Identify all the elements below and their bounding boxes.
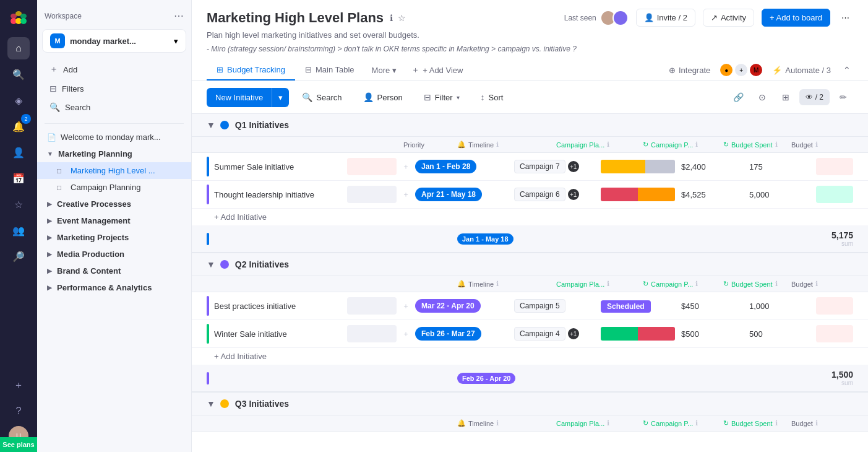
tab-budget-tracking[interactable]: ⊞ Budget Tracking: [207, 60, 295, 80]
timeline-info-icon-q3[interactable]: ℹ: [496, 419, 499, 427]
tab-main-table[interactable]: ⊟ Main Table: [295, 60, 364, 80]
row-expand-btn[interactable]: ＋: [397, 189, 415, 200]
notifications-icon[interactable]: 🔔 2: [7, 115, 30, 137]
row-priority[interactable]: [347, 186, 397, 203]
row-campaign-plan[interactable]: Campaign 5: [514, 299, 601, 313]
nav-campaign-planning[interactable]: □ Campaign Planning: [37, 179, 191, 196]
invite-button[interactable]: 👤 Invite / 2: [636, 9, 695, 27]
add-initiative-row-q2[interactable]: + Add Initiative: [192, 348, 868, 365]
timeline-value: Apr 21 - May 18: [415, 188, 482, 201]
edit-icon-btn[interactable]: ✏: [833, 87, 853, 107]
timeline-info-icon-q2[interactable]: ℹ: [496, 280, 499, 288]
add-action[interactable]: ＋ Add: [45, 60, 184, 79]
budget-spent-info-icon[interactable]: ℹ: [775, 141, 778, 149]
row-priority[interactable]: [347, 325, 397, 342]
star-favorite-icon[interactable]: ☆: [398, 13, 406, 23]
integrate-btn[interactable]: ⊕ Integrate: [664, 63, 715, 77]
row-expand-btn[interactable]: ＋: [397, 162, 415, 172]
star-icon[interactable]: ☆: [7, 193, 30, 215]
more-options-button[interactable]: ⋯: [838, 11, 853, 25]
person-label: Person: [377, 93, 403, 102]
nav-welcome[interactable]: 📄 Welcome to monday mark...: [37, 129, 191, 146]
row-campaign-plan[interactable]: Campaign 6 +1: [514, 188, 601, 201]
search-icon[interactable]: 🔎: [7, 245, 30, 267]
q3-toggle[interactable]: ▼: [207, 399, 215, 409]
budget-info-icon-q2[interactable]: ℹ: [815, 280, 818, 288]
sort-button[interactable]: ↕ Sort: [473, 87, 512, 107]
campaign-plan-info-icon-q3[interactable]: ℹ: [607, 419, 609, 427]
collapse-tabs-btn[interactable]: ⌃: [841, 63, 853, 77]
new-initiative-label[interactable]: New Initiative: [207, 88, 272, 107]
sum-timeline-value: Jan 1 - May 18: [457, 233, 513, 245]
see-plans-bar[interactable]: See plans: [0, 437, 37, 452]
new-initiative-arrow[interactable]: ▾: [272, 88, 289, 107]
hide-button[interactable]: 👁 / 2: [799, 89, 830, 105]
col-campaign-plan-label: Campaign Pla...: [556, 141, 604, 149]
timeline-info-icon[interactable]: ℹ: [496, 141, 499, 149]
row-expand-btn[interactable]: ＋: [397, 329, 415, 339]
budget-spent-info-icon-q2[interactable]: ℹ: [775, 280, 778, 288]
col-timeline-label: Timeline: [468, 141, 494, 149]
budget-info-icon[interactable]: ℹ: [815, 141, 818, 149]
row-timeline[interactable]: Feb 26 - Mar 27: [415, 327, 514, 341]
add-to-board-button[interactable]: + Add to board: [762, 9, 830, 27]
row-priority[interactable]: [347, 297, 397, 315]
row-timeline[interactable]: Mar 22 - Apr 20: [415, 299, 514, 313]
nav-creative-processes[interactable]: ▶ Creative Processes: [37, 196, 191, 212]
row-campaign-p[interactable]: [601, 327, 681, 341]
campaign-p-info-icon-q2[interactable]: ℹ: [695, 280, 698, 288]
calendar-icon[interactable]: 📅: [7, 167, 30, 189]
home-icon[interactable]: ⌂: [7, 37, 30, 59]
tab-more[interactable]: More ▾: [364, 61, 405, 80]
budget-spent-info-icon-q3[interactable]: ℹ: [775, 419, 778, 427]
row-expand-btn[interactable]: ＋: [397, 301, 415, 311]
nav-media-production[interactable]: ▶ Media Production: [37, 246, 191, 263]
add-view-btn[interactable]: ＋ + Add View: [404, 59, 470, 80]
new-initiative-button[interactable]: New Initiative ▾: [207, 88, 289, 107]
col-campaign-plan-label-q3: Campaign Pla...: [556, 420, 604, 427]
connect-icon-btn[interactable]: ⊙: [752, 87, 772, 107]
row-campaign-plan[interactable]: Campaign 7 +1: [514, 160, 601, 173]
person-button[interactable]: 👤 Person: [355, 87, 411, 107]
q1-toggle[interactable]: ▼: [207, 120, 215, 130]
add-icon[interactable]: ＋: [7, 374, 30, 396]
filters-action[interactable]: ⊟ Filters: [45, 80, 184, 97]
nav-marketing-high-level[interactable]: □ Marketing High Level ...: [37, 162, 191, 179]
search-button[interactable]: 🔍 Search: [294, 87, 350, 107]
workspace-selector[interactable]: M monday market... ▾: [42, 29, 186, 53]
row-campaign-p[interactable]: [601, 188, 681, 201]
row-campaign-p[interactable]: [601, 160, 681, 173]
info-icon[interactable]: ℹ: [390, 13, 393, 23]
add-initiative-row-q1[interactable]: + Add Initiative: [192, 209, 868, 225]
nav-event-management[interactable]: ▶ Event Management: [37, 212, 191, 229]
app-logo[interactable]: [7, 6, 30, 28]
workspace-icon: M: [50, 33, 65, 48]
nav-performance-analytics[interactable]: ▶ Performance & Analytics: [37, 279, 191, 296]
activity-icon[interactable]: ◈: [7, 89, 30, 111]
row-timeline[interactable]: Apr 21 - May 18: [415, 188, 514, 201]
campaign-p-info-icon-q3[interactable]: ℹ: [695, 419, 698, 427]
team-icon[interactable]: 👥: [7, 219, 30, 241]
row-campaign-p[interactable]: Scheduled: [601, 302, 681, 311]
campaign-plan-info-icon-q2[interactable]: ℹ: [607, 280, 609, 288]
campaign-plan-info-icon[interactable]: ℹ: [607, 141, 609, 149]
link-icon-btn[interactable]: 🔗: [729, 87, 749, 107]
row-priority[interactable]: [347, 158, 397, 175]
nav-marketing-projects[interactable]: ▶ Marketing Projects: [37, 229, 191, 246]
people-icon[interactable]: 👤: [7, 141, 30, 163]
workspace-more-btn[interactable]: ⋯: [174, 10, 184, 22]
activity-button[interactable]: ↗ Activity: [703, 9, 754, 27]
row-campaign-plan[interactable]: Campaign 4 +1: [514, 327, 601, 341]
search-action[interactable]: 🔍 Search: [45, 98, 184, 116]
search-nav-icon[interactable]: 🔍: [7, 63, 30, 85]
nav-brand-content[interactable]: ▶ Brand & Content: [37, 263, 191, 279]
columns-icon-btn[interactable]: ⊞: [776, 87, 796, 107]
filter-button[interactable]: ⊟ Filter ▾: [416, 87, 468, 107]
budget-info-icon-q3[interactable]: ℹ: [815, 419, 818, 427]
row-timeline[interactable]: Jan 1 - Feb 28: [415, 160, 514, 173]
q2-toggle[interactable]: ▼: [207, 259, 215, 269]
nav-marketing-planning[interactable]: ▼ Marketing Planning: [37, 146, 191, 162]
help-icon[interactable]: ?: [7, 400, 30, 422]
automate-btn[interactable]: ⚡ Automate / 3: [767, 63, 836, 77]
campaign-p-info-icon[interactable]: ℹ: [695, 141, 698, 149]
